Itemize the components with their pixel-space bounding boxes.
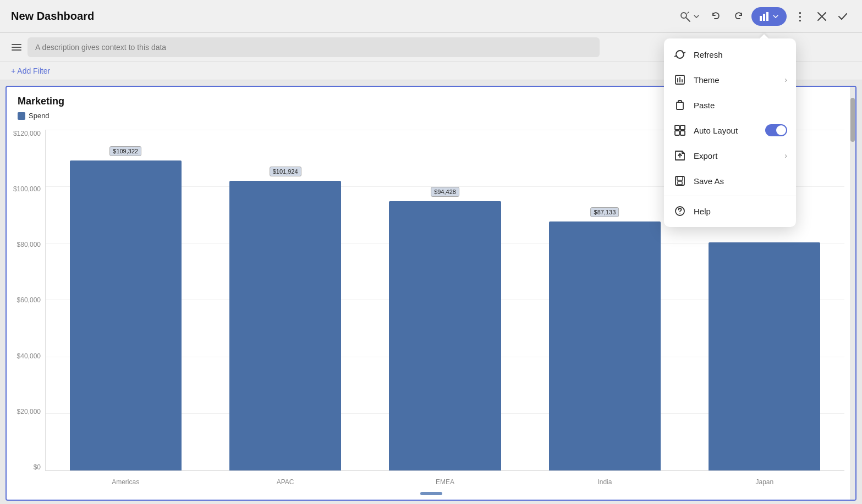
menu-item-help[interactable]: Help xyxy=(664,198,796,224)
x-label-apac: APAC xyxy=(277,478,294,486)
svg-rect-3 xyxy=(763,14,765,21)
bar-label-americas: $109,322 xyxy=(109,146,141,156)
y-label-40k: $40,000 xyxy=(17,352,41,360)
hamburger-icon xyxy=(11,42,22,53)
bar-label-emea: $94,428 xyxy=(431,187,459,197)
menu-label-help: Help xyxy=(694,207,711,216)
chart-type-button[interactable] xyxy=(751,7,787,26)
menu-label-paste: Paste xyxy=(694,101,715,110)
add-filter-button[interactable]: + Add Filter xyxy=(11,67,50,75)
bar-india[interactable]: $87,133 xyxy=(549,221,661,470)
header-actions: ⋮ xyxy=(676,7,851,26)
bar-label-india: $87,133 xyxy=(591,207,619,217)
menu-caret xyxy=(760,34,768,38)
svg-rect-18 xyxy=(678,181,682,185)
svg-rect-11 xyxy=(677,102,683,109)
bar-group-apac: $101,924 APAC xyxy=(205,130,365,470)
svg-rect-17 xyxy=(677,176,683,180)
export-icon xyxy=(674,149,686,162)
bar-japan[interactable] xyxy=(709,242,820,470)
menu-item-save-as[interactable]: Save As xyxy=(664,168,796,193)
y-axis: $120,000 $100,000 $80,000 $60,000 $40,00… xyxy=(7,130,45,471)
refresh-icon xyxy=(674,48,686,60)
confirm-button[interactable] xyxy=(834,8,851,25)
legend-label: Spend xyxy=(29,112,50,120)
svg-rect-12 xyxy=(675,125,679,130)
menu-item-theme[interactable]: Theme › xyxy=(664,67,796,92)
dropdown-menu: Refresh Theme › Paste Auto Layout Export… xyxy=(664,38,796,227)
filter-icon-button[interactable] xyxy=(676,7,703,26)
bar-group-emea: $94,428 EMEA xyxy=(365,130,525,470)
menu-divider xyxy=(664,196,796,196)
y-label-60k: $60,000 xyxy=(17,296,41,304)
export-arrow-icon: › xyxy=(784,151,787,160)
header: New Dashboard ⋮ xyxy=(0,0,862,33)
scrollbar[interactable] xyxy=(850,87,855,500)
svg-rect-2 xyxy=(760,16,762,21)
menu-label-theme: Theme xyxy=(694,75,720,85)
close-button[interactable] xyxy=(814,8,830,25)
svg-line-1 xyxy=(686,18,690,21)
save-as-icon xyxy=(674,175,686,187)
x-label-americas: Americas xyxy=(112,478,139,486)
svg-rect-13 xyxy=(680,125,685,130)
y-label-120k: $120,000 xyxy=(13,130,41,137)
menu-item-paste[interactable]: Paste xyxy=(664,92,796,118)
y-label-80k: $80,000 xyxy=(17,241,41,248)
svg-rect-4 xyxy=(766,12,768,21)
legend-color-swatch xyxy=(18,112,25,120)
y-label-100k: $100,000 xyxy=(13,185,41,193)
bar-group-india: $87,133 India xyxy=(525,130,684,470)
scrollbar-thumb[interactable] xyxy=(850,98,855,142)
y-label-0: $0 xyxy=(34,463,41,471)
menu-label-export: Export xyxy=(694,151,717,160)
bar-apac[interactable]: $101,924 xyxy=(229,181,341,470)
redo-button[interactable] xyxy=(729,8,747,25)
svg-point-20 xyxy=(679,213,680,214)
bar-emea[interactable]: $94,428 xyxy=(389,201,501,470)
menu-label-refresh: Refresh xyxy=(694,50,723,59)
help-icon xyxy=(674,205,686,217)
auto-layout-toggle[interactable] xyxy=(765,124,787,136)
toggle-knob xyxy=(776,125,786,135)
description-input[interactable] xyxy=(28,37,600,57)
bar-americas[interactable]: $109,322 xyxy=(70,160,182,470)
svg-rect-14 xyxy=(675,131,679,135)
menu-label-auto-layout: Auto Layout xyxy=(694,126,738,135)
x-label-emea: EMEA xyxy=(436,478,454,486)
x-label-japan: Japan xyxy=(755,478,773,486)
menu-item-auto-layout[interactable]: Auto Layout xyxy=(664,118,796,143)
more-options-button[interactable]: ⋮ xyxy=(791,7,809,26)
svg-rect-15 xyxy=(680,131,685,135)
undo-button[interactable] xyxy=(707,8,725,25)
bottom-scroll-indicator[interactable] xyxy=(420,492,442,495)
theme-arrow-icon: › xyxy=(784,75,787,84)
paste-icon xyxy=(674,99,686,111)
bar-group-americas: $109,322 Americas xyxy=(46,130,205,470)
menu-label-save-as: Save As xyxy=(694,176,724,186)
y-label-20k: $20,000 xyxy=(17,408,41,416)
menu-item-refresh[interactable]: Refresh xyxy=(664,42,796,67)
auto-layout-icon xyxy=(674,124,686,136)
x-label-india: India xyxy=(597,478,612,486)
bar-label-apac: $101,924 xyxy=(270,167,301,176)
dashboard-title: New Dashboard xyxy=(11,10,94,23)
theme-icon xyxy=(674,74,686,86)
menu-item-export[interactable]: Export › xyxy=(664,143,796,168)
